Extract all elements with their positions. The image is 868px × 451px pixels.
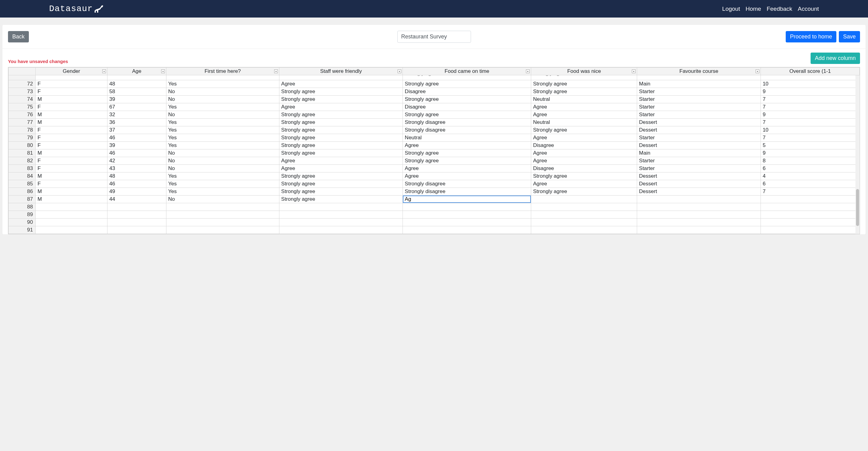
cell[interactable]: 7 xyxy=(761,103,859,111)
cell[interactable]: Strongly disagree xyxy=(403,119,531,126)
cell[interactable]: 9 xyxy=(761,88,859,95)
cell[interactable]: 5 xyxy=(761,142,859,149)
cell[interactable]: F xyxy=(36,165,107,172)
cell[interactable]: 6 xyxy=(761,165,859,172)
cell[interactable]: Yes xyxy=(166,180,279,188)
cell[interactable]: No xyxy=(166,75,279,80)
cell[interactable] xyxy=(107,219,166,226)
nav-logout[interactable]: Logout xyxy=(722,5,740,12)
cell[interactable]: Strongly agree xyxy=(531,188,637,196)
cell[interactable]: Main xyxy=(637,80,761,88)
row-number-cell[interactable]: 88 xyxy=(9,203,36,211)
cell[interactable]: No xyxy=(166,196,279,203)
cell[interactable]: 67 xyxy=(107,103,166,111)
cell[interactable]: No xyxy=(166,111,279,119)
cell[interactable]: 6 xyxy=(761,180,859,188)
cell[interactable] xyxy=(279,219,403,226)
cell[interactable]: 48 xyxy=(107,80,166,88)
cell[interactable] xyxy=(761,203,859,211)
cell[interactable] xyxy=(531,196,637,203)
row-number-cell[interactable]: 85 xyxy=(9,180,36,188)
cell[interactable]: 46 xyxy=(107,134,166,142)
cell[interactable]: Strongly disagree xyxy=(403,126,531,134)
col-header-food-nice[interactable]: Food was nice▾ xyxy=(531,68,637,75)
cell[interactable]: F xyxy=(36,88,107,95)
cell[interactable]: Dessert xyxy=(637,188,761,196)
cell[interactable]: Starter xyxy=(637,157,761,165)
col-header-food-on-time[interactable]: Food came on time▾ xyxy=(403,68,531,75)
row-number-cell[interactable]: 78 xyxy=(9,126,36,134)
row-number-cell[interactable]: 90 xyxy=(9,219,36,226)
cell[interactable] xyxy=(637,211,761,219)
cell[interactable]: Dessert xyxy=(637,180,761,188)
cell[interactable]: Yes xyxy=(166,142,279,149)
row-number-cell[interactable]: 87 xyxy=(9,196,36,203)
cell[interactable]: Strongly agree xyxy=(403,95,531,103)
cell[interactable] xyxy=(531,219,637,226)
cell[interactable]: 44 xyxy=(107,196,166,203)
cell[interactable]: Strongly agree xyxy=(279,95,403,103)
cell[interactable]: 32 xyxy=(107,111,166,119)
cell[interactable]: Strongly agree xyxy=(279,142,403,149)
cell[interactable]: 43 xyxy=(107,165,166,172)
cell[interactable]: 58 xyxy=(107,88,166,95)
cell[interactable]: Neutral xyxy=(403,134,531,142)
cell[interactable]: Agree xyxy=(531,157,637,165)
cell[interactable]: F xyxy=(36,180,107,188)
cell[interactable]: 71 xyxy=(9,75,36,80)
cell[interactable] xyxy=(166,219,279,226)
cell[interactable]: Dessert xyxy=(637,126,761,134)
cell[interactable]: Agree xyxy=(531,103,637,111)
cell[interactable]: Yes xyxy=(166,80,279,88)
cell[interactable]: M xyxy=(36,188,107,196)
cell[interactable]: M xyxy=(36,149,107,157)
row-number-cell[interactable]: 82 xyxy=(9,157,36,165)
cell[interactable]: Agree xyxy=(531,111,637,119)
cell[interactable] xyxy=(531,226,637,234)
cell[interactable]: Strongly disagree xyxy=(403,180,531,188)
cell[interactable]: F xyxy=(36,134,107,142)
row-number-cell[interactable]: 75 xyxy=(9,103,36,111)
cell[interactable] xyxy=(761,211,859,219)
back-button[interactable]: Back xyxy=(8,31,29,43)
cell[interactable]: M xyxy=(36,196,107,203)
cell[interactable] xyxy=(403,226,531,234)
cell[interactable]: Disagree xyxy=(403,103,531,111)
sheet-title-input[interactable] xyxy=(397,31,471,43)
cell[interactable]: M xyxy=(36,172,107,180)
cell[interactable]: 8 xyxy=(761,157,859,165)
cell[interactable] xyxy=(403,203,531,211)
cell[interactable] xyxy=(761,219,859,226)
cell[interactable] xyxy=(166,226,279,234)
cell[interactable]: Disagree xyxy=(531,142,637,149)
cell[interactable]: 39 xyxy=(107,142,166,149)
cell[interactable] xyxy=(403,196,531,203)
cell[interactable]: Dessert xyxy=(637,172,761,180)
cell[interactable]: Starter xyxy=(637,111,761,119)
cell[interactable]: Neutral xyxy=(531,95,637,103)
cell[interactable]: 9 xyxy=(761,111,859,119)
cell[interactable] xyxy=(637,203,761,211)
cell[interactable]: 7 xyxy=(761,188,859,196)
cell[interactable] xyxy=(637,226,761,234)
cell[interactable] xyxy=(107,226,166,234)
cell[interactable] xyxy=(279,211,403,219)
cell[interactable]: Dessert xyxy=(637,119,761,126)
filter-icon[interactable]: ▾ xyxy=(526,69,530,73)
brand-logo[interactable]: Datasaur xyxy=(49,4,104,13)
row-number-cell[interactable]: 72 xyxy=(9,80,36,88)
cell[interactable]: M xyxy=(36,95,107,103)
cell[interactable]: No xyxy=(166,157,279,165)
cell[interactable]: F xyxy=(36,157,107,165)
vertical-scrollbar[interactable] xyxy=(856,75,860,234)
cell[interactable]: Strongly agree xyxy=(531,80,637,88)
cell[interactable]: Agree xyxy=(279,103,403,111)
cell[interactable]: Strongly agree xyxy=(279,180,403,188)
cell[interactable] xyxy=(36,211,107,219)
cell[interactable]: Agree xyxy=(403,172,531,180)
row-number-cell[interactable]: 76 xyxy=(9,111,36,119)
cell[interactable]: Strongly agree xyxy=(279,149,403,157)
cell[interactable] xyxy=(403,219,531,226)
cell[interactable]: Yes xyxy=(166,134,279,142)
cell[interactable]: Agree xyxy=(531,134,637,142)
